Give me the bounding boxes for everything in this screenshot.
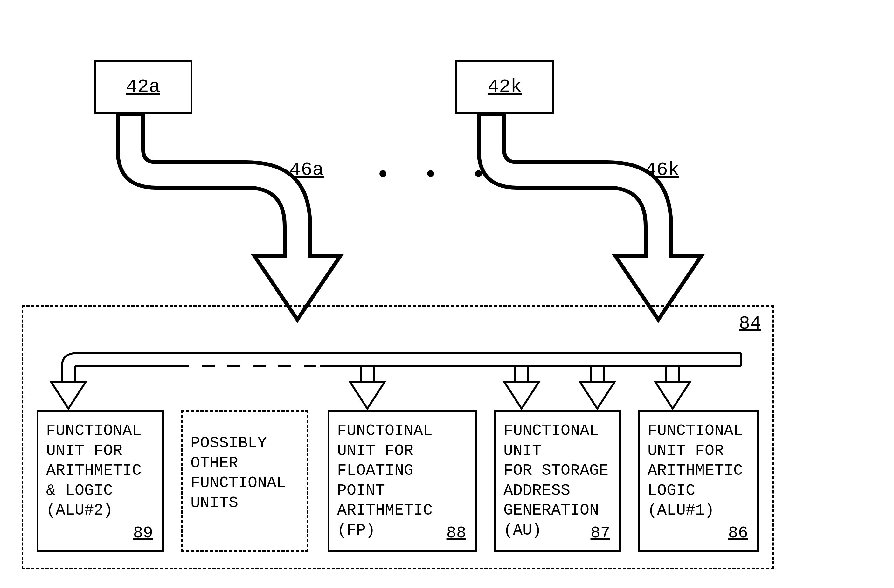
unit-other: POSSIBLY OTHER FUNCTIONAL UNITS — [181, 410, 308, 552]
unit-alu2: FUNCTIONAL UNIT FOR ARITHMETIC & LOGIC (… — [36, 410, 164, 552]
arrow-ellipsis: • • • — [379, 159, 499, 188]
unit-au: FUNCTIONAL UNIT FOR STORAGE ADDRESS GENE… — [494, 410, 621, 552]
box-42a: 42a — [94, 60, 192, 114]
unit-alu1: FUNCTIONAL UNIT FOR ARITHMETIC LOGIC (AL… — [638, 410, 759, 552]
box-42k: 42k — [455, 60, 554, 114]
container-84-ref: 84 — [739, 313, 761, 334]
arrow-46a-label: 46a — [289, 159, 324, 181]
unit-alu2-text: FUNCTIONAL UNIT FOR ARITHMETIC & LOGIC (… — [46, 421, 154, 521]
arrow-46a-icon — [118, 114, 340, 320]
unit-fp-text: FUNCTOINAL UNIT FOR FLOATING POINT ARITH… — [337, 421, 468, 540]
unit-alu1-text: FUNCTIONAL UNIT FOR ARITHMETIC LOGIC (AL… — [648, 421, 749, 521]
unit-fp: FUNCTOINAL UNIT FOR FLOATING POINT ARITH… — [328, 410, 477, 552]
unit-fp-ref: 88 — [447, 523, 466, 544]
diagram-canvas: 42a 42k 46a 46k • • • — [0, 0, 894, 588]
arrow-46k-label: 46k — [645, 159, 679, 181]
arrow-46k-icon — [479, 114, 701, 320]
unit-alu1-ref: 86 — [728, 523, 748, 544]
unit-alu2-ref: 89 — [133, 523, 153, 544]
box-42k-label: 42k — [488, 76, 522, 98]
box-42a-label: 42a — [126, 76, 160, 98]
unit-other-text: POSSIBLY OTHER FUNCTIONAL UNITS — [190, 434, 299, 513]
unit-au-text: FUNCTIONAL UNIT FOR STORAGE ADDRESS GENE… — [503, 421, 612, 540]
unit-au-ref: 87 — [590, 523, 610, 544]
